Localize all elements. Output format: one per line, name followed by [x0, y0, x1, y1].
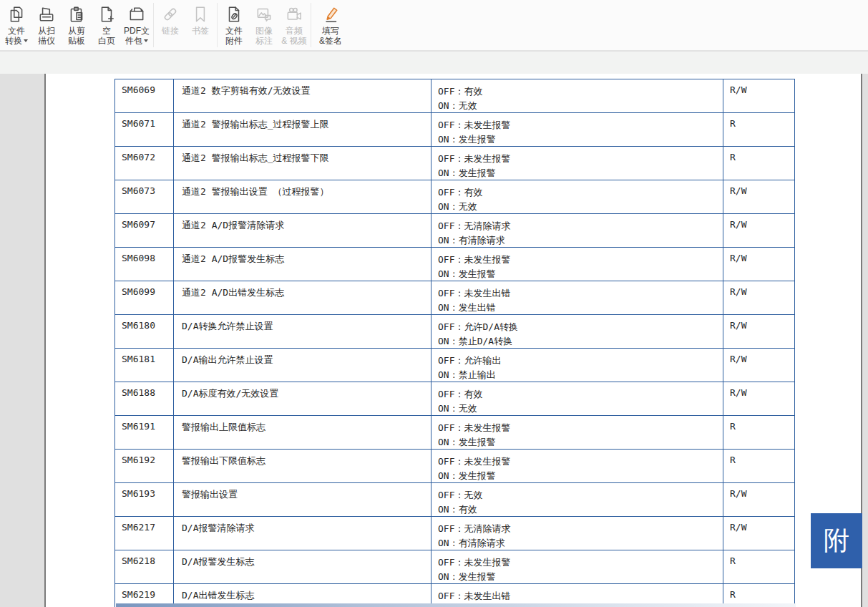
on-state-line: ON：发生报警	[438, 570, 718, 584]
blank-page-icon	[97, 4, 117, 25]
toolbar-button-label: 链接	[162, 26, 179, 36]
table-row: SM6217D/A报警清除请求OFF：无清除请求ON：有清除请求R/W	[115, 517, 795, 550]
read-write-cell: R/W	[723, 517, 795, 550]
read-write-cell: R	[723, 416, 795, 450]
register-state-cell: OFF：未发生报警ON：发生报警	[431, 147, 723, 180]
table-row: SM6191警报输出上限值标志OFF：未发生报警ON：发生报警R	[115, 416, 795, 450]
audio-video-icon	[284, 4, 304, 25]
on-state-line: ON：有清除请求	[438, 233, 718, 248]
toolbar-button-convert-file[interactable]: 文件转换	[1, 0, 31, 50]
register-state-cell: OFF：无效ON：有效	[431, 483, 723, 517]
register-id-cell: SM6097	[115, 214, 174, 248]
register-id-cell: SM6071	[115, 113, 174, 147]
register-desc-cell: 通道2 A/D出错发生标志	[174, 281, 431, 315]
table-row: SM6098通道2 A/D报警发生标志OFF：未发生报警ON：发生报警R/W	[115, 248, 795, 281]
toolbar-button-audio-video: 音频& 视频	[279, 0, 309, 50]
register-state-cell: OFF：未发生出错ON：发生出错	[431, 281, 723, 315]
register-id-cell: SM6181	[115, 349, 174, 382]
table-row: SM6069通道2 数字剪辑有效/无效设置OFF：有效ON：无效R/W	[115, 79, 795, 113]
register-id-cell: SM6072	[115, 147, 174, 180]
register-desc-cell: 通道2 A/D报警发生标志	[174, 248, 431, 281]
register-desc-cell: D/A输出允许禁止设置	[174, 349, 431, 382]
off-state-line: OFF：有效	[438, 84, 718, 99]
on-state-line: ON：有清除请求	[438, 536, 718, 550]
off-state-line: OFF：无清除请求	[438, 219, 718, 233]
toolbar-separator	[153, 3, 154, 47]
on-state-line: ON：有效	[438, 502, 718, 517]
register-desc-cell: 通道2 警报输出设置 （过程报警）	[174, 180, 431, 214]
toolbar-button-image-annotation: 图像标注	[249, 0, 279, 50]
appendix-tab: 附	[811, 513, 862, 568]
read-write-cell: R/W	[723, 382, 795, 416]
toolbar-button-label: 空白页	[98, 26, 115, 46]
table-row: SM6073通道2 警报输出设置 （过程报警）OFF：有效ON：无效R/W	[115, 180, 795, 214]
on-state-line: ON：发生报警	[438, 435, 718, 450]
on-state-line: ON：无效	[438, 99, 718, 113]
off-state-line: OFF：未发生出错	[438, 286, 718, 301]
read-write-cell: R/W	[723, 281, 795, 315]
register-id-cell: SM6099	[115, 281, 174, 315]
off-state-line: OFF：允许输出	[438, 354, 718, 368]
register-id-cell: SM6180	[115, 315, 174, 349]
off-state-line: OFF：未发生报警	[438, 421, 718, 435]
convert-file-icon	[6, 4, 26, 25]
off-state-line: OFF：未发生报警	[438, 253, 718, 267]
register-id-cell: SM6098	[115, 248, 174, 281]
off-state-line: OFF：未发生报警	[438, 455, 718, 469]
table-row: SM6097通道2 A/D报警清除请求OFF：无清除请求ON：有清除请求R/W	[115, 214, 795, 248]
toolbar-button-label: 书签	[192, 26, 209, 36]
register-id-cell: SM6069	[115, 79, 174, 113]
register-id-cell: SM6193	[115, 483, 174, 517]
toolbar-button-fill-sign[interactable]: 填写&签名	[313, 0, 348, 50]
document-view: SM6069通道2 数字剪辑有效/无效设置OFF：有效ON：无效R/WSM607…	[0, 74, 868, 607]
from-scanner-icon	[36, 4, 57, 25]
ribbon-substrip	[0, 52, 868, 74]
table-row: SM6218D/A报警发生标志OFF：未发生报警ON：发生报警R	[115, 550, 795, 584]
register-state-cell: OFF：无清除请求ON：有清除请求	[431, 214, 723, 248]
toolbar-button-from-scanner[interactable]: 从扫描仪	[31, 0, 62, 50]
read-write-cell: R/W	[723, 180, 795, 214]
off-state-line: OFF：无清除请求	[438, 522, 718, 536]
register-desc-cell: D/A报警清除请求	[174, 517, 431, 550]
dropdown-caret-icon	[144, 39, 148, 42]
register-state-cell: OFF：有效ON：无效	[431, 79, 723, 113]
register-state-cell: OFF：未发生报警ON：发生报警	[431, 550, 723, 584]
table-row: SM6072通道2 警报输出标志_过程报警下限OFF：未发生报警ON：发生报警R	[115, 147, 795, 180]
toolbar-button-pdf-package[interactable]: PDF文件包	[122, 0, 152, 50]
toolbar-button-bookmark: 书签	[185, 0, 215, 50]
read-write-cell: R/W	[723, 315, 795, 349]
on-state-line: ON：禁止输出	[438, 368, 718, 382]
off-state-line: OFF：有效	[438, 185, 718, 200]
on-state-line: ON：无效	[438, 200, 718, 214]
register-state-cell: OFF：未发生报警ON：发生报警	[431, 113, 723, 147]
register-state-cell: OFF：无清除请求ON：有清除请求	[431, 517, 723, 550]
toolbar-button-from-clipboard[interactable]: 从剪贴板	[62, 0, 92, 50]
toolbar-button-label: 填写&签名	[319, 26, 342, 46]
read-write-cell: R/W	[723, 214, 795, 248]
read-write-cell: R	[723, 450, 795, 483]
off-state-line: OFF：未发生报警	[438, 152, 718, 166]
toolbar-button-label: 从剪贴板	[68, 26, 85, 46]
table-row: SM6181D/A输出允许禁止设置OFF：允许输出ON：禁止输出R/W	[115, 349, 795, 382]
toolbar-separator	[217, 3, 218, 47]
register-desc-cell: 警报输出上限值标志	[174, 416, 431, 450]
read-write-cell: R/W	[723, 248, 795, 281]
toolbar-button-blank-page[interactable]: 空白页	[92, 0, 122, 50]
table-row: SM6193警报输出设置OFF：无效ON：有效R/W	[115, 483, 795, 517]
next-section-header-band	[116, 603, 796, 607]
toolbar-button-file-attachment[interactable]: 文件附件	[219, 0, 249, 50]
toolbar-button-label: 文件附件	[225, 26, 243, 46]
pdf-package-icon	[127, 4, 147, 25]
toolbar-button-label: 图像标注	[255, 26, 273, 46]
table-row: SM6180D/A转换允许禁止设置OFF：允许D/A转换ON：禁止D/A转换R/…	[115, 315, 795, 349]
off-state-line: OFF：无效	[438, 488, 718, 502]
register-desc-cell: 通道2 A/D报警清除请求	[174, 214, 431, 248]
register-id-cell: SM6192	[115, 450, 174, 483]
register-desc-cell: 通道2 数字剪辑有效/无效设置	[174, 79, 431, 113]
register-id-cell: SM6191	[115, 416, 174, 450]
fill-sign-icon	[321, 4, 341, 25]
read-write-cell: R/W	[723, 483, 795, 517]
table-row: SM6188D/A标度有效/无效设置OFF：有效ON：无效R/W	[115, 382, 795, 416]
toolbar-button-label: 文件转换	[5, 26, 28, 46]
register-id-cell: SM6218	[115, 550, 174, 584]
